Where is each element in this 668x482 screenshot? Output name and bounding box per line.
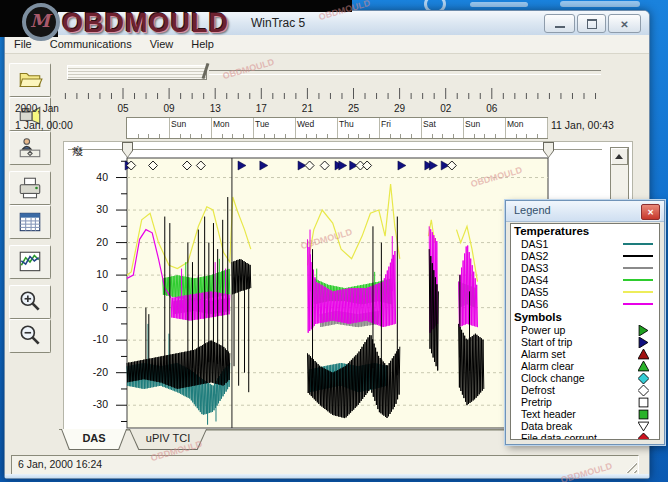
print-button[interactable]: [9, 171, 51, 205]
month-label: 2000, Jan: [15, 103, 59, 114]
tab-das[interactable]: DAS: [61, 429, 127, 450]
y-tick-label: 0: [72, 301, 108, 313]
legend-symbol-row: Start of trip: [511, 336, 659, 348]
legend-series-line: [623, 291, 653, 293]
scroll-up-button[interactable]: [611, 148, 628, 165]
range-handle-right[interactable]: [543, 142, 554, 158]
close-icon: ✕: [647, 208, 654, 217]
legend-symbol-row: Power up: [511, 324, 659, 336]
desktop: WinTrac 5 ✕ FileCommunicationsViewHelp 2…: [0, 0, 668, 482]
minimize-button[interactable]: [544, 14, 575, 33]
triangle-right-icon: [638, 325, 649, 336]
legend-series-row: DAS1: [511, 238, 659, 250]
diamond-icon: [638, 385, 649, 396]
legend-series-label: DAS1: [521, 238, 548, 250]
weekday-cell: [127, 118, 170, 138]
legend-symbols-header: Symbols: [511, 310, 659, 324]
legend-title: Legend: [514, 204, 551, 216]
ruler-label: 13: [202, 103, 228, 114]
maximize-icon: [587, 19, 597, 29]
ruler-label: 25: [341, 103, 367, 114]
triangle-up-icon: [638, 361, 649, 372]
legend-series-line: [623, 303, 653, 305]
desktop-artifact: [560, 1, 640, 7]
status-bar: 6 Jan, 2000 16:24: [11, 455, 639, 475]
legend-series-label: DAS5: [521, 286, 548, 298]
maximize-button[interactable]: [577, 14, 606, 33]
legend-symbol-label: Pretrip: [521, 396, 552, 408]
graph-icon: [17, 249, 43, 275]
legend-series-row: DAS6: [511, 298, 659, 310]
legend-symbol-label: Defrost: [521, 384, 555, 396]
ruler-label: 09: [156, 103, 182, 114]
square-icon: [638, 409, 649, 420]
triangle-down-icon: [638, 421, 649, 432]
timeline-zoom-track[interactable]: [209, 70, 601, 75]
y-tick-label: 20: [72, 236, 108, 248]
legend-symbol-row: Alarm set: [511, 348, 659, 360]
close-icon: ✕: [620, 18, 628, 29]
legend-symbol-label: Alarm set: [521, 348, 565, 360]
legend-title-bar[interactable]: Legend ✕: [506, 201, 664, 222]
weekday-cell: Mon: [505, 118, 548, 138]
range-end-label: 11 Jan, 00:43: [551, 119, 614, 131]
legend-symbol-row: Defrost: [511, 384, 659, 396]
weekday-cell: Fri: [379, 118, 422, 138]
ruler-label: 29: [387, 103, 413, 114]
y-axis-unit: 癈: [72, 144, 83, 159]
y-tick-label: 10: [72, 268, 108, 280]
diamond-icon: [638, 433, 649, 440]
legend-symbol-label: Text header: [521, 408, 576, 420]
y-tick-label: 30: [72, 203, 108, 215]
driver-settings-button[interactable]: [9, 131, 51, 165]
table-icon: [17, 209, 43, 235]
legend-series-row: DAS5: [511, 286, 659, 298]
weekday-cell: Sat: [421, 118, 464, 138]
graph-view-button[interactable]: [9, 245, 51, 279]
range-handle-left[interactable]: [122, 142, 133, 158]
legend-symbol-label: File data corrupt: [521, 432, 597, 440]
y-tick-label: 40: [72, 171, 108, 183]
ruler-label: 02: [433, 103, 459, 114]
legend-series-line: [623, 255, 653, 257]
minimize-icon: [555, 26, 565, 28]
window-title: WinTrac 5: [251, 16, 305, 30]
ruler-label: 21: [294, 103, 320, 114]
range-line: [68, 149, 602, 153]
printer-icon: [17, 175, 43, 201]
triangle-up-icon: [638, 349, 649, 360]
legend-symbol-row: Data break: [511, 420, 659, 432]
status-text: 6 Jan, 2000 16:24: [18, 458, 102, 470]
legend-series-label: DAS4: [521, 274, 548, 286]
legend-window[interactable]: Legend ✕ TemperaturesDAS1DAS2DAS3DAS4DAS…: [505, 200, 665, 445]
legend-symbol-row: File data corrupt: [511, 432, 659, 440]
triangle-right-icon: [638, 337, 649, 348]
legend-close-button[interactable]: ✕: [641, 204, 660, 220]
y-tick-label: -10: [72, 333, 108, 345]
legend-series-row: DAS4: [511, 274, 659, 286]
weekday-cell: Thu: [337, 118, 380, 138]
legend-series-line: [623, 267, 653, 269]
legend-series-line: [623, 279, 653, 281]
zoom-out-icon: [17, 323, 43, 349]
zoom-in-button[interactable]: [9, 285, 51, 319]
weekday-cell: Tue: [253, 118, 296, 138]
y-tick-label: -30: [72, 398, 108, 410]
timeline-zoom-bar[interactable]: [67, 65, 207, 80]
y-tick-label: -20: [72, 366, 108, 378]
legend-list: TemperaturesDAS1DAS2DAS3DAS4DAS5DAS6Symb…: [510, 223, 660, 440]
legend-series-label: DAS6: [521, 298, 548, 310]
arrow-up-icon: [615, 154, 623, 159]
data-table-button[interactable]: [9, 205, 51, 239]
watermark-text: OBDMOULD: [62, 8, 229, 39]
legend-symbol-label: Alarm clear: [521, 360, 574, 372]
person-icon: [17, 135, 43, 161]
zoom-out-button[interactable]: [9, 319, 51, 353]
legend-symbol-row: Clock change: [511, 372, 659, 384]
legend-series-row: DAS2: [511, 250, 659, 262]
desktop-artifact: [470, 2, 528, 7]
close-button[interactable]: ✕: [608, 14, 641, 33]
resize-grip[interactable]: [624, 460, 637, 473]
legend-symbol-row: Alarm clear: [511, 360, 659, 372]
legend-series-row: DAS3: [511, 262, 659, 274]
